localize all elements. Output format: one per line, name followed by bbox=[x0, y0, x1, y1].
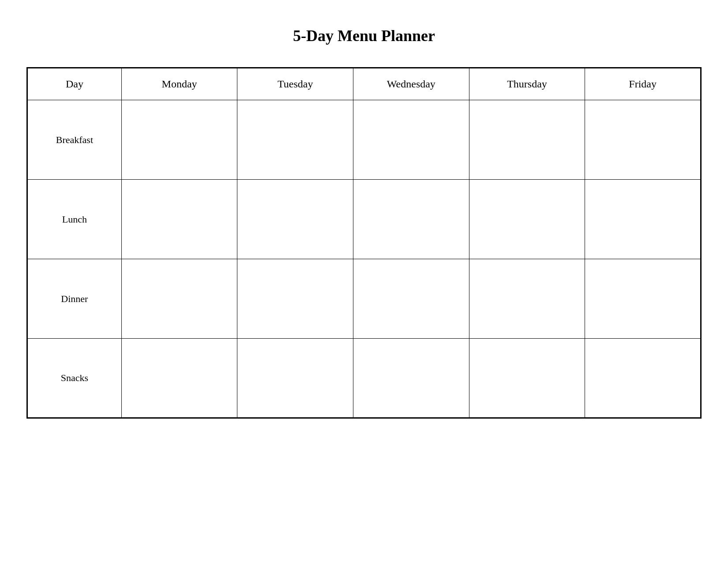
meal-row: Dinner bbox=[27, 259, 701, 339]
cell-breakfast-tuesday[interactable] bbox=[237, 100, 353, 180]
planner-table: Day Monday Tuesday Wednesday Thursday Fr… bbox=[26, 67, 702, 419]
cell-snacks-monday[interactable] bbox=[121, 339, 237, 418]
cell-lunch-tuesday[interactable] bbox=[237, 180, 353, 259]
meal-label-dinner: Dinner bbox=[27, 259, 122, 339]
meal-label-lunch: Lunch bbox=[27, 180, 122, 259]
header-row: Day Monday Tuesday Wednesday Thursday Fr… bbox=[27, 68, 701, 100]
meal-row: Breakfast bbox=[27, 100, 701, 180]
cell-snacks-tuesday[interactable] bbox=[237, 339, 353, 418]
cell-lunch-monday[interactable] bbox=[121, 180, 237, 259]
cell-lunch-wednesday[interactable] bbox=[353, 180, 469, 259]
meal-row: Snacks bbox=[27, 339, 701, 418]
cell-lunch-thursday[interactable] bbox=[469, 180, 585, 259]
cell-breakfast-friday[interactable] bbox=[585, 100, 701, 180]
meal-label-snacks: Snacks bbox=[27, 339, 122, 418]
cell-dinner-friday[interactable] bbox=[585, 259, 701, 339]
meal-row: Lunch bbox=[27, 180, 701, 259]
cell-dinner-wednesday[interactable] bbox=[353, 259, 469, 339]
cell-breakfast-monday[interactable] bbox=[121, 100, 237, 180]
meal-label-breakfast: Breakfast bbox=[27, 100, 122, 180]
header-tuesday: Tuesday bbox=[237, 68, 353, 100]
cell-snacks-wednesday[interactable] bbox=[353, 339, 469, 418]
cell-dinner-thursday[interactable] bbox=[469, 259, 585, 339]
page-title: 5-Day Menu Planner bbox=[293, 26, 435, 45]
cell-breakfast-wednesday[interactable] bbox=[353, 100, 469, 180]
cell-snacks-thursday[interactable] bbox=[469, 339, 585, 418]
cell-dinner-tuesday[interactable] bbox=[237, 259, 353, 339]
header-wednesday: Wednesday bbox=[353, 68, 469, 100]
cell-lunch-friday[interactable] bbox=[585, 180, 701, 259]
header-thursday: Thursday bbox=[469, 68, 585, 100]
cell-breakfast-thursday[interactable] bbox=[469, 100, 585, 180]
header-day: Day bbox=[27, 68, 122, 100]
cell-dinner-monday[interactable] bbox=[121, 259, 237, 339]
header-monday: Monday bbox=[121, 68, 237, 100]
header-friday: Friday bbox=[585, 68, 701, 100]
cell-snacks-friday[interactable] bbox=[585, 339, 701, 418]
